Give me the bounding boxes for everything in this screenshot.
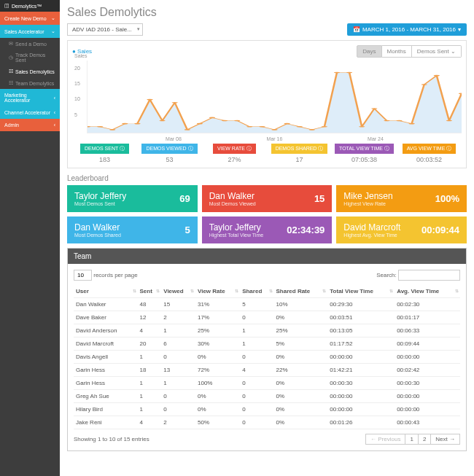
perpage-input[interactable]	[74, 270, 92, 281]
table-cell: 00:01:26	[327, 416, 395, 429]
col-header[interactable]: Avg. View Time⇅	[395, 285, 460, 298]
table-cell: Jake Reni	[74, 416, 138, 429]
table-cell: 00:00:00	[395, 390, 460, 403]
nav-admin[interactable]: Admin‹	[0, 119, 60, 131]
metric-value: 53	[137, 156, 202, 163]
nav-track-demos[interactable]: ◷Track Demos Sent	[0, 50, 60, 66]
col-header[interactable]: View Rate⇅	[195, 285, 240, 298]
col-header[interactable]: Shared Rate⇅	[274, 285, 328, 298]
chevron-down-icon: ⌄	[51, 15, 55, 21]
table-cell: 31%	[195, 298, 240, 311]
leader-value: 00:09:44	[421, 225, 459, 235]
metric: TOTAL VIEW TIME ⓘ07:05:38	[332, 144, 397, 163]
svg-point-16	[284, 123, 290, 125]
table-cell: 1	[138, 351, 162, 364]
pill-months[interactable]: Months	[382, 45, 412, 58]
sort-icon: ⇅	[269, 288, 273, 293]
col-header[interactable]: Sent⇅	[138, 285, 162, 298]
chevron-left-icon: ‹	[54, 110, 55, 115]
table-cell: Garin Hess	[74, 377, 138, 390]
table-cell: 00:29:30	[327, 298, 395, 311]
team-header: Team	[68, 249, 466, 264]
pager-prev[interactable]: ← Previous	[365, 434, 405, 445]
col-header[interactable]: Total View Time⇅	[327, 285, 395, 298]
perpage-control: records per page	[74, 270, 138, 281]
chart-icon: ☷	[9, 80, 13, 86]
table-row: Dave Baker12217%00%00:03:5100:01:17	[74, 311, 460, 324]
svg-point-26	[408, 123, 414, 125]
leader-sub: Most Demos Sent	[74, 201, 126, 206]
leader-sub: Highest Avg. View Time	[343, 233, 400, 238]
col-header[interactable]: User⇅	[74, 285, 138, 298]
svg-point-30	[459, 93, 462, 95]
table-row: David Marcroft20630%15%01:17:5200:09:44	[74, 338, 460, 351]
svg-point-12	[234, 120, 240, 122]
sort-icon: ⇅	[389, 288, 393, 293]
sort-icon: ⇅	[322, 288, 326, 293]
table-cell: 00:06:33	[395, 324, 460, 338]
pill-demos-sent[interactable]: Demos Sent ⌄	[412, 45, 462, 58]
table-cell: 100%	[195, 377, 240, 390]
table-cell: 48	[138, 298, 162, 311]
table-cell: 2	[161, 311, 195, 324]
nav-team-demolytics[interactable]: ☷Team Demolytics	[0, 77, 60, 89]
col-header[interactable]: Shared⇅	[240, 285, 273, 298]
metric-label: TOTAL VIEW TIME ⓘ	[335, 144, 394, 154]
table-cell: 22%	[274, 364, 328, 377]
table-cell: 15	[161, 298, 195, 311]
search-input[interactable]	[398, 270, 460, 281]
chart-icon: ☷	[9, 69, 13, 74]
nav-create-demo[interactable]: Create New Demo⌄	[0, 12, 60, 25]
svg-point-15	[271, 129, 277, 130]
nav-marketing-accelerator[interactable]: Marketing Accelerator‹	[0, 89, 60, 106]
sort-icon: ⇅	[156, 288, 160, 293]
mail-icon: ✉	[9, 41, 13, 47]
brand: ◫Demolytics™	[0, 0, 60, 12]
table-cell: 0%	[274, 403, 328, 416]
table-cell: 00:00:30	[395, 377, 460, 390]
pager-next[interactable]: Next →	[431, 434, 460, 445]
chart-panel: ● Sales Days Months Demos Sent ⌄ 5 10 15…	[67, 40, 467, 168]
table-cell: 0%	[274, 416, 328, 429]
nav-sales-accelerator[interactable]: Sales Accelerator⌄	[0, 25, 60, 38]
search-control: Search:	[376, 270, 460, 281]
sidebar: ◫Demolytics™ Create New Demo⌄ Sales Acce…	[0, 0, 60, 476]
leader-value: 5	[184, 225, 190, 235]
table-cell: 0	[161, 403, 195, 416]
table-cell: Dan Walker	[74, 298, 138, 311]
nav-channel-accelerator[interactable]: Channel Accelerator‹	[0, 106, 60, 119]
metric-value: 00:03:52	[397, 156, 462, 163]
pager-2[interactable]: 2	[419, 434, 431, 445]
svg-point-29	[446, 120, 452, 122]
table-cell: David Anderson	[74, 324, 138, 338]
table-cell: Greg Ah Sue	[74, 390, 138, 403]
table-row: Garin Hess181372%422%01:42:2100:02:42	[74, 364, 460, 377]
pager-1[interactable]: 1	[405, 434, 418, 445]
nav-sales-demolytics[interactable]: ☷Sales Demolytics	[0, 66, 60, 77]
leader-card: Mike JensenHighest View Rate100%	[336, 185, 467, 212]
svg-point-24	[384, 120, 389, 122]
main-content: Sales Demolytics ADV IAD 2016 - Sale... …	[60, 0, 474, 476]
leader-card: Dan WalkerMost Demos Shared5	[67, 216, 198, 243]
svg-point-7	[172, 102, 178, 104]
metric-label: DEMOS SHARED ⓘ	[271, 144, 328, 154]
col-header[interactable]: Viewed⇅	[161, 285, 195, 298]
svg-point-13	[246, 126, 252, 128]
table-cell: 00:00:00	[395, 403, 460, 416]
pill-days[interactable]: Days	[357, 45, 381, 58]
table-cell: David Marcroft	[74, 338, 138, 351]
table-cell: 6	[161, 338, 195, 351]
svg-point-0	[88, 126, 90, 128]
nav-send-demo[interactable]: ✉Send a Demo	[0, 38, 60, 50]
metric-label: AVG VIEW TIME ⓘ	[403, 144, 456, 154]
table-cell: 00:09:44	[395, 338, 460, 351]
chart-range-pills: Days Months Demos Sent ⌄	[357, 45, 462, 58]
date-range-button[interactable]: 📅MARCH 1, 2016 - MARCH 31, 2016▾	[347, 23, 467, 36]
table-cell: 00:00:00	[395, 351, 460, 364]
demo-select[interactable]: ADV IAD 2016 - Sale...	[67, 23, 143, 36]
table-row: Jake Reni4250%00%00:01:2600:00:43	[74, 416, 460, 429]
metric: AVG VIEW TIME ⓘ00:03:52	[397, 144, 462, 163]
table-cell: 0	[240, 390, 273, 403]
table-cell: 0%	[274, 377, 328, 390]
table-row: David Anderson4125%125%00:13:0500:06:33	[74, 324, 460, 338]
